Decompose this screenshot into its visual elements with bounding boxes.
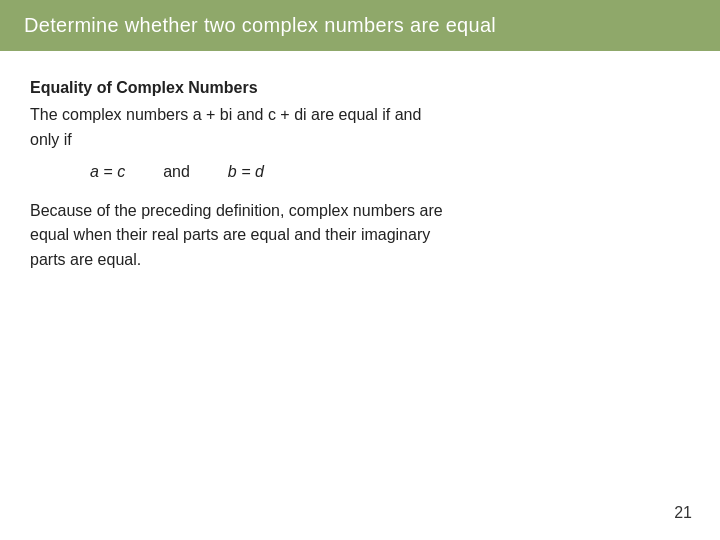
section-title: Equality of Complex Numbers [30, 79, 690, 97]
page-number: 21 [674, 504, 692, 522]
equation-connector: and [163, 163, 190, 181]
header-bar: Determine whether two complex numbers ar… [0, 0, 720, 51]
conclusion-text: Because of the preceding definition, com… [30, 199, 690, 273]
conclusion-line3: parts are equal. [30, 251, 141, 268]
conclusion-line1: Because of the preceding definition, com… [30, 202, 443, 219]
slide: Determine whether two complex numbers ar… [0, 0, 720, 540]
slide-title: Determine whether two complex numbers ar… [24, 14, 696, 37]
equation-row: a = c and b = d [30, 163, 690, 181]
conclusion-line2: equal when their real parts are equal an… [30, 226, 430, 243]
content-area: Equality of Complex Numbers The complex … [0, 79, 720, 273]
equation-right: b = d [228, 163, 264, 181]
equation-left: a = c [90, 163, 125, 181]
intro-text: The complex numbers a + bi and c + di ar… [30, 103, 690, 153]
intro-line2: only if [30, 131, 72, 148]
intro-line1: The complex numbers a + bi and c + di ar… [30, 106, 421, 123]
